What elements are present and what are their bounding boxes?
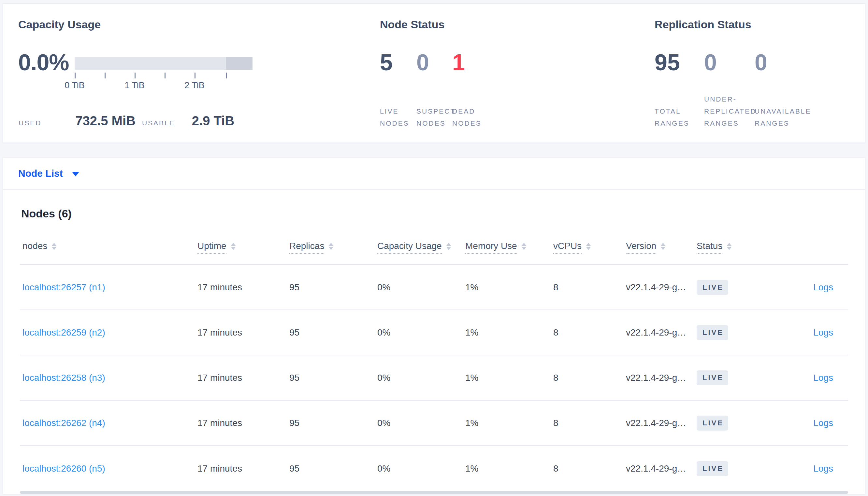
uptime-cell: 17 minutes — [197, 327, 289, 338]
axis-label-2: 2 TiB — [172, 80, 217, 91]
capacity-usage-cell: 0% — [377, 418, 465, 428]
horizontal-scrollbar[interactable] — [20, 491, 848, 494]
nodes-table-title: Nodes (6) — [21, 207, 865, 220]
logs-link[interactable]: Logs — [813, 327, 833, 338]
suspect-nodes-stat: 0 SUSPECT NODES — [416, 49, 452, 129]
column-header-status[interactable]: Status — [697, 241, 766, 254]
node-address-link[interactable]: localhost:26262 (n4) — [23, 418, 105, 428]
status-badge: LIVE — [697, 416, 728, 431]
capacity-usage-cell: 0% — [377, 282, 465, 293]
vcpus-cell: 8 — [553, 327, 626, 338]
sort-icon[interactable] — [231, 243, 236, 250]
logs-cell: Logs — [766, 327, 848, 338]
view-selector-row: Node List — [3, 157, 865, 190]
column-header-replicas[interactable]: Replicas — [289, 241, 377, 254]
replicas-cell: 95 — [289, 327, 377, 338]
node-address-cell: localhost:26257 (n1) — [20, 282, 197, 293]
cluster-summary-panel: Capacity Usage 0.0% 0 TiB 1 TiB 2 TiB US… — [3, 3, 865, 143]
logs-link[interactable]: Logs — [813, 463, 833, 474]
table-row: localhost:26262 (n4) 17 minutes 95 0% 1%… — [20, 401, 848, 446]
total-ranges-count: 95 — [655, 49, 704, 76]
uptime-cell: 17 minutes — [197, 373, 289, 383]
logs-link[interactable]: Logs — [813, 282, 833, 293]
node-address-cell: localhost:26262 (n4) — [20, 418, 197, 428]
under-replicated-count: 0 — [704, 49, 754, 76]
axis-label-1: 1 TiB — [112, 80, 158, 91]
uptime-cell: 17 minutes — [197, 463, 289, 474]
sort-icon[interactable] — [661, 243, 665, 250]
table-rows: localhost:26257 (n1) 17 minutes 95 0% 1%… — [20, 265, 848, 491]
vcpus-cell: 8 — [553, 282, 626, 293]
axis-label-0: 0 TiB — [52, 80, 98, 91]
table-row: localhost:26257 (n1) 17 minutes 95 0% 1%… — [20, 265, 848, 310]
capacity-bar-other-segment — [226, 57, 253, 69]
column-header-memory-use[interactable]: Memory Use — [465, 241, 553, 254]
logs-cell: Logs — [766, 282, 848, 293]
node-address-link[interactable]: localhost:26260 (n5) — [23, 463, 105, 474]
memory-use-cell: 1% — [465, 373, 553, 383]
uptime-cell: 17 minutes — [197, 418, 289, 428]
capacity-bar — [75, 57, 253, 69]
uptime-cell: 17 minutes — [197, 282, 289, 293]
sort-icon[interactable] — [52, 243, 56, 250]
node-address-cell: localhost:26258 (n3) — [20, 373, 197, 383]
logs-link[interactable]: Logs — [813, 373, 833, 383]
sort-icon[interactable] — [446, 243, 451, 250]
table-row: localhost:26259 (n2) 17 minutes 95 0% 1%… — [20, 310, 848, 355]
node-address-link[interactable]: localhost:26258 (n3) — [23, 373, 105, 383]
caret-down-icon — [72, 172, 79, 176]
memory-use-cell: 1% — [465, 282, 553, 293]
column-header-version[interactable]: Version — [626, 241, 697, 254]
sort-icon[interactable] — [727, 243, 732, 250]
logs-cell: Logs — [766, 373, 848, 383]
unavailable-ranges-label: UNAVAILABLE RANGES — [754, 94, 826, 129]
axis-tick — [165, 73, 165, 78]
table-header-row: nodes Uptime Replicas Capacity Usage Mem… — [20, 241, 848, 265]
capacity-usage-section: Capacity Usage 0.0% 0 TiB 1 TiB 2 TiB US… — [18, 17, 364, 76]
suspect-nodes-label: SUSPECT NODES — [416, 94, 452, 129]
node-address-link[interactable]: localhost:26259 (n2) — [23, 327, 105, 338]
used-label: USED — [18, 119, 41, 127]
sort-icon[interactable] — [586, 243, 591, 250]
status-cell: LIVE — [697, 461, 766, 476]
sort-icon[interactable] — [329, 243, 333, 250]
node-address-cell: localhost:26259 (n2) — [20, 327, 197, 338]
replication-status-section: Replication Status 95 TOTAL RANGES 0 UND… — [655, 17, 857, 129]
node-list-panel: Node List Nodes (6) nodes Uptime Replica… — [3, 157, 865, 494]
under-replicated-label: UNDER- REPLICATED RANGES — [704, 94, 754, 129]
unavailable-ranges-stat: 0 UNAVAILABLE RANGES — [754, 49, 826, 129]
version-cell: v22.1.4-29-g… — [626, 282, 697, 293]
version-cell: v22.1.4-29-g… — [626, 463, 697, 474]
column-header-capacity-usage[interactable]: Capacity Usage — [377, 241, 465, 254]
column-header-nodes[interactable]: nodes — [20, 241, 197, 254]
node-address-link[interactable]: localhost:26257 (n1) — [23, 282, 105, 292]
column-header-vcpus[interactable]: vCPUs — [553, 241, 626, 254]
vcpus-cell: 8 — [553, 463, 626, 474]
status-badge: LIVE — [697, 280, 728, 295]
memory-use-cell: 1% — [465, 463, 553, 474]
axis-tick — [195, 73, 195, 78]
live-nodes-count: 5 — [380, 49, 416, 76]
node-list-dropdown[interactable]: Node List — [18, 168, 79, 179]
capacity-usage-cell: 0% — [377, 373, 465, 383]
status-cell: LIVE — [697, 416, 766, 431]
status-badge: LIVE — [697, 461, 728, 476]
dead-nodes-stat: 1 DEAD NODES — [452, 49, 508, 129]
status-cell: LIVE — [697, 280, 766, 295]
node-status-title: Node Status — [380, 17, 641, 32]
status-cell: LIVE — [697, 370, 766, 385]
usable-label: USABLE — [142, 119, 175, 127]
memory-use-cell: 1% — [465, 327, 553, 338]
total-ranges-label: TOTAL RANGES — [655, 94, 704, 129]
column-header-uptime[interactable]: Uptime — [197, 241, 289, 254]
capacity-usage-cell: 0% — [377, 327, 465, 338]
logs-link[interactable]: Logs — [813, 418, 833, 428]
axis-tick — [135, 73, 136, 78]
logs-cell: Logs — [766, 463, 848, 474]
vcpus-cell: 8 — [553, 418, 626, 428]
sort-icon[interactable] — [522, 243, 526, 250]
version-cell: v22.1.4-29-g… — [626, 418, 697, 428]
suspect-nodes-count: 0 — [416, 49, 452, 76]
axis-tick — [75, 73, 76, 78]
used-value: 732.5 MiB — [75, 113, 136, 128]
